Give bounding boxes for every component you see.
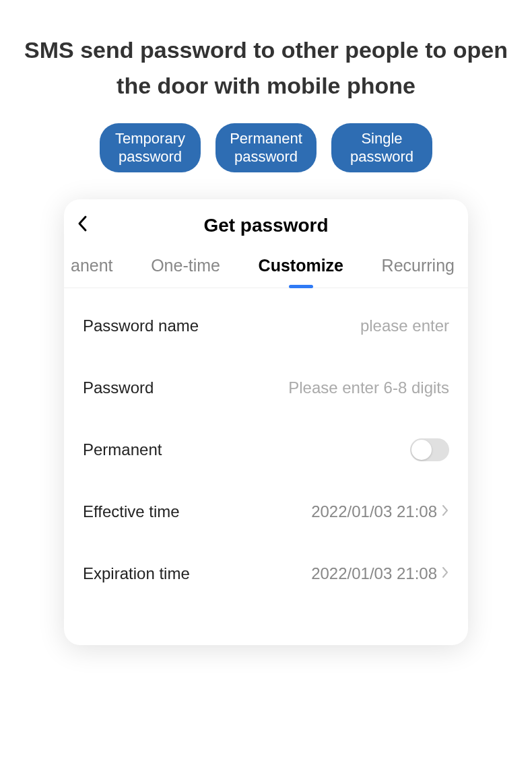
- placeholder-password-name: please enter: [360, 316, 449, 335]
- value-effective-time: 2022/01/03 21:08: [311, 502, 449, 521]
- row-password[interactable]: Password Please enter 6-8 digits: [83, 357, 449, 419]
- tab-recurring[interactable]: Recurring: [382, 256, 455, 288]
- row-password-name[interactable]: Password name please enter: [83, 295, 449, 357]
- pill-label-line1: Single: [361, 130, 402, 147]
- label-effective-time: Effective time: [83, 502, 180, 521]
- phone-screen-card: Get password anent One-time Customize Re…: [64, 199, 468, 645]
- label-expiration-time: Expiration time: [83, 564, 190, 583]
- chevron-right-icon: [441, 503, 449, 521]
- row-permanent-toggle: Permanent: [83, 419, 449, 481]
- pill-permanent-password: Permanent password: [215, 123, 317, 172]
- back-icon[interactable]: [76, 214, 103, 237]
- pill-label-line2: password: [350, 148, 413, 165]
- pill-label-line2: password: [234, 148, 298, 165]
- row-effective-time[interactable]: Effective time 2022/01/03 21:08: [83, 481, 449, 543]
- expiration-time-text: 2022/01/03 21:08: [311, 564, 437, 583]
- row-expiration-time[interactable]: Expiration time 2022/01/03 21:08: [83, 543, 449, 605]
- page-heading: SMS send password to other people to ope…: [0, 0, 532, 123]
- label-password: Password: [83, 378, 154, 397]
- effective-time-text: 2022/01/03 21:08: [311, 502, 437, 521]
- password-type-tabs: anent One-time Customize Recurring: [64, 244, 468, 288]
- permanent-toggle[interactable]: [410, 438, 449, 461]
- pill-label-line1: Temporary: [115, 130, 185, 147]
- screen-header: Get password: [64, 211, 468, 244]
- tab-customize[interactable]: Customize: [259, 256, 343, 288]
- label-permanent: Permanent: [83, 440, 162, 459]
- pill-single-password: Single password: [331, 123, 432, 172]
- password-type-pills: Temporary password Permanent password Si…: [0, 123, 532, 172]
- pill-label-line2: password: [119, 148, 182, 165]
- pill-temporary-password: Temporary password: [100, 123, 201, 172]
- tab-permanent-partial[interactable]: anent: [71, 256, 113, 288]
- tab-one-time[interactable]: One-time: [151, 256, 220, 288]
- chevron-right-icon: [441, 565, 449, 582]
- pill-label-line1: Permanent: [230, 130, 302, 147]
- password-form: Password name please enter Password Plea…: [64, 288, 468, 605]
- screen-title: Get password: [64, 215, 468, 236]
- label-password-name: Password name: [83, 316, 199, 335]
- toggle-knob: [411, 440, 432, 460]
- placeholder-password: Please enter 6-8 digits: [288, 378, 449, 397]
- value-expiration-time: 2022/01/03 21:08: [311, 564, 449, 583]
